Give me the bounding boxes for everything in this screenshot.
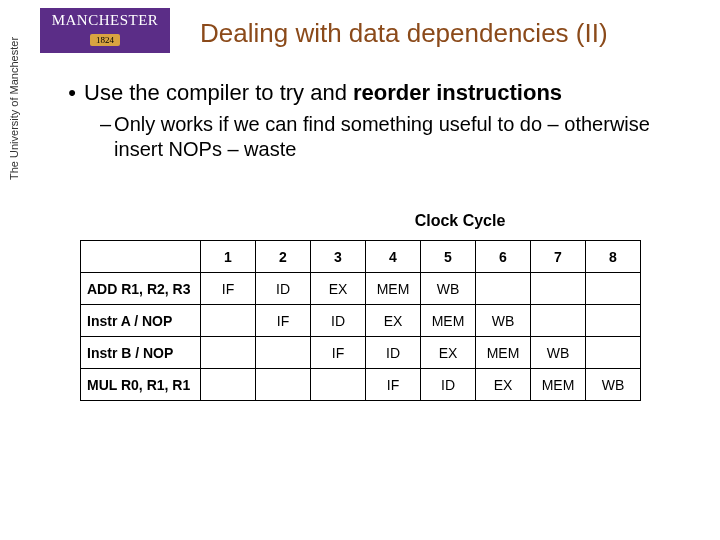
row-label: MUL R0, R1, R1: [81, 369, 201, 401]
subbullet: – Only works if we can find something us…: [100, 112, 680, 162]
row-label: Instr B / NOP: [81, 337, 201, 369]
cell: [201, 305, 256, 337]
col-head: 2: [256, 241, 311, 273]
cell: ID: [256, 273, 311, 305]
institution-sidebar: The University of Manchester: [8, 37, 20, 180]
bullet-prefix: Use the compiler to try and: [84, 80, 353, 105]
cell: [476, 273, 531, 305]
table-row: Instr B / NOP IF ID EX MEM WB: [81, 337, 641, 369]
cell: MEM: [531, 369, 586, 401]
bullet-text: Use the compiler to try and reorder inst…: [84, 80, 562, 106]
col-head: 4: [366, 241, 421, 273]
table-row: MUL R0, R1, R1 IF ID EX MEM WB: [81, 369, 641, 401]
col-head: 7: [531, 241, 586, 273]
slide-title: Dealing with data dependencies (II): [200, 18, 608, 49]
cell: IF: [366, 369, 421, 401]
cell: EX: [476, 369, 531, 401]
cell: [531, 273, 586, 305]
col-head: 6: [476, 241, 531, 273]
col-head: 3: [311, 241, 366, 273]
cell: MEM: [366, 273, 421, 305]
clock-cycle-label: Clock Cycle: [220, 212, 700, 230]
cell: [531, 305, 586, 337]
row-label: Instr A / NOP: [81, 305, 201, 337]
cell: MEM: [421, 305, 476, 337]
bullet-dot-icon: •: [60, 80, 84, 106]
logo-name: MANCHESTER: [40, 12, 170, 29]
slide-body: • Use the compiler to try and reorder in…: [60, 80, 680, 401]
col-head: 1: [201, 241, 256, 273]
row-label: ADD R1, R2, R3: [81, 273, 201, 305]
col-head: 5: [421, 241, 476, 273]
cell: EX: [311, 273, 366, 305]
cell: [201, 369, 256, 401]
table-row: Instr A / NOP IF ID EX MEM WB: [81, 305, 641, 337]
dash-icon: –: [100, 112, 114, 162]
cell: WB: [421, 273, 476, 305]
cell: MEM: [476, 337, 531, 369]
cell: [311, 369, 366, 401]
cell: [586, 305, 641, 337]
table-header-row: 1 2 3 4 5 6 7 8: [81, 241, 641, 273]
cell: ID: [421, 369, 476, 401]
col-head: 8: [586, 241, 641, 273]
cell: IF: [201, 273, 256, 305]
cell: EX: [421, 337, 476, 369]
logo-year: 1824: [90, 34, 120, 46]
cell: [201, 337, 256, 369]
cell: WB: [531, 337, 586, 369]
cell: WB: [586, 369, 641, 401]
pipeline-table: 1 2 3 4 5 6 7 8 ADD R1, R2, R3 IF ID EX …: [80, 240, 641, 401]
cell: [256, 337, 311, 369]
manchester-logo: MANCHESTER 1824: [40, 8, 170, 53]
subbullet-text: Only works if we can find something usef…: [114, 112, 680, 162]
bullet-bold: reorder instructions: [353, 80, 562, 105]
table-row: ADD R1, R2, R3 IF ID EX MEM WB: [81, 273, 641, 305]
cell: IF: [256, 305, 311, 337]
cell: WB: [476, 305, 531, 337]
cell: ID: [311, 305, 366, 337]
cell: [586, 273, 641, 305]
cell: ID: [366, 337, 421, 369]
corner-cell: [81, 241, 201, 273]
bullet-main: • Use the compiler to try and reorder in…: [60, 80, 680, 106]
cell: EX: [366, 305, 421, 337]
cell: [256, 369, 311, 401]
cell: [586, 337, 641, 369]
cell: IF: [311, 337, 366, 369]
